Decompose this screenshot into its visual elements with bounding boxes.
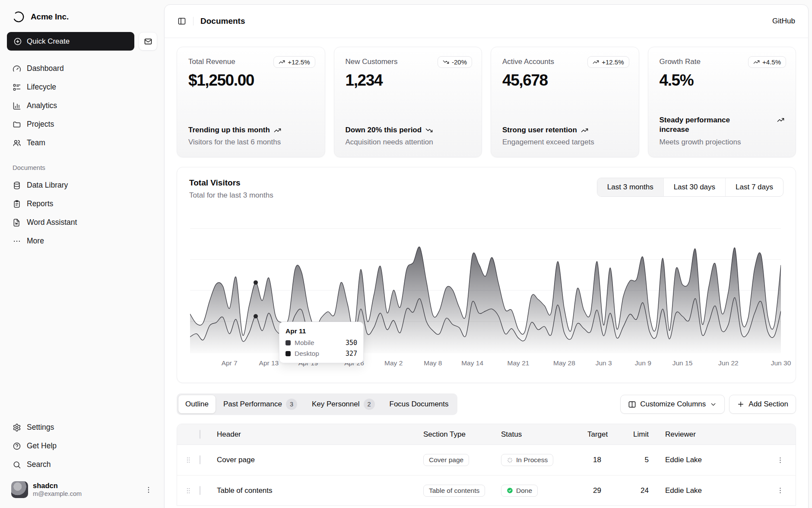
tab-count-badge: 3 bbox=[286, 399, 297, 410]
user-menu[interactable]: shadcn m@example.com bbox=[7, 477, 157, 502]
card-footer: Down 20% this periodAcquisition needs at… bbox=[346, 126, 471, 147]
stat-card-1: Total Revenue+12.5%$1,250.00Trending up … bbox=[177, 47, 325, 157]
ellipsis-icon bbox=[13, 237, 21, 246]
sidebar-item-settings[interactable]: Settings bbox=[7, 418, 157, 437]
nav-item-label: Data Library bbox=[27, 181, 68, 190]
gauge-icon bbox=[13, 64, 21, 73]
brand-circle-icon bbox=[12, 10, 25, 23]
card-footnote: Strong user retention bbox=[502, 126, 628, 134]
help-circle-icon bbox=[13, 442, 21, 450]
tab-key-personnel[interactable]: Key Personnel2 bbox=[305, 395, 382, 413]
sidebar-item-data-library[interactable]: Data Library bbox=[7, 176, 157, 195]
customize-columns-button[interactable]: Customize Columns bbox=[620, 395, 725, 414]
range-option-last-30-days[interactable]: Last 30 days bbox=[663, 178, 725, 196]
trend-badge: +4.5% bbox=[748, 56, 786, 68]
trending-up-icon bbox=[593, 59, 599, 65]
sidebar-toggle-button[interactable] bbox=[175, 14, 189, 28]
x-tick-label: May 2 bbox=[384, 359, 403, 367]
sidebar-item-more[interactable]: More bbox=[7, 232, 157, 250]
card-footer: Steady performance increaseMeets growth … bbox=[660, 115, 785, 147]
row-checkbox[interactable] bbox=[200, 486, 200, 495]
select-all-checkbox[interactable] bbox=[200, 430, 200, 439]
row-checkbox[interactable] bbox=[200, 455, 200, 464]
tab-outline[interactable]: Outline bbox=[178, 395, 216, 413]
drag-handle[interactable] bbox=[177, 487, 196, 495]
sidebar-item-team[interactable]: Team bbox=[7, 134, 157, 152]
range-option-last-3-months[interactable]: Last 3 months bbox=[597, 178, 663, 196]
tab-label: Outline bbox=[185, 400, 209, 409]
sidebar-item-search[interactable]: Search bbox=[7, 455, 157, 474]
section-type-badge: Cover page bbox=[423, 454, 469, 466]
sidebar-item-word-assistant[interactable]: Word Assistant bbox=[7, 213, 157, 232]
trend-badge: -20% bbox=[438, 56, 472, 68]
row-actions-button[interactable] bbox=[774, 454, 787, 467]
series-swatch bbox=[285, 351, 291, 356]
limit-cell: 24 bbox=[614, 486, 662, 495]
nav-item-label: Search bbox=[27, 460, 51, 469]
x-tick-label: Apr 13 bbox=[259, 359, 279, 367]
range-option-last-7-days[interactable]: Last 7 days bbox=[725, 178, 783, 196]
sidebar-nav-main: DashboardLifecycleAnalyticsProjectsTeam bbox=[7, 59, 157, 152]
sidebar-item-analytics[interactable]: Analytics bbox=[7, 96, 157, 115]
trending-up-icon bbox=[753, 59, 760, 65]
bar-chart-icon bbox=[13, 102, 21, 110]
tab-count-badge: 2 bbox=[364, 399, 375, 410]
tabs: OutlinePast Performance3Key Personnel2Fo… bbox=[177, 393, 457, 415]
status-cell: Done bbox=[498, 485, 584, 497]
column-header-header: Header bbox=[213, 430, 420, 439]
main-panel: Documents GitHub Total Revenue+12.5%$1,2… bbox=[164, 4, 809, 508]
github-link[interactable]: GitHub bbox=[772, 17, 795, 26]
quick-create-button[interactable]: Quick Create bbox=[7, 32, 134, 51]
sidebar-item-projects[interactable]: Projects bbox=[7, 115, 157, 134]
sidebar-item-reports[interactable]: Reports bbox=[7, 195, 157, 213]
tooltip-series-value: 350 bbox=[346, 339, 357, 347]
trend-badge-value: +12.5% bbox=[602, 58, 624, 66]
sidebar-item-get-help[interactable]: Get Help bbox=[7, 437, 157, 455]
row-header-cell: Table of contents bbox=[213, 486, 420, 495]
x-tick-label: May 21 bbox=[508, 359, 530, 367]
tooltip-series-value: 327 bbox=[346, 350, 357, 358]
section-type-cell: Table of contents bbox=[420, 485, 498, 497]
search-icon bbox=[13, 460, 21, 469]
plus-circle-icon bbox=[13, 37, 22, 46]
tooltip-date: Apr 11 bbox=[285, 327, 357, 335]
sidebar-item-lifecycle[interactable]: Lifecycle bbox=[7, 78, 157, 96]
card-footnote-text: Down 20% this period bbox=[346, 126, 422, 134]
drag-handle[interactable] bbox=[177, 456, 196, 464]
card-value: $1,250.00 bbox=[188, 71, 314, 89]
card-footnote: Down 20% this period bbox=[346, 126, 471, 134]
brand[interactable]: Acme Inc. bbox=[7, 6, 157, 28]
trend-badge-value: -20% bbox=[452, 58, 467, 66]
row-actions-button[interactable] bbox=[774, 484, 787, 497]
columns-icon bbox=[628, 400, 636, 409]
x-tick-label: Apr 7 bbox=[222, 359, 238, 367]
tab-focus-documents[interactable]: Focus Documents bbox=[383, 395, 456, 413]
nav-item-label: Projects bbox=[27, 120, 54, 129]
visitors-chart-card: Total Visitors Total for the last 3 mont… bbox=[177, 167, 796, 383]
range-toggle-group: Last 3 monthsLast 30 daysLast 7 days bbox=[597, 178, 783, 197]
row-header-cell: Cover page bbox=[213, 456, 420, 464]
nav-item-label: Lifecycle bbox=[27, 83, 56, 92]
trending-down-icon bbox=[443, 59, 449, 65]
inbox-button[interactable] bbox=[139, 32, 157, 51]
tab-past-performance[interactable]: Past Performance3 bbox=[216, 395, 304, 413]
card-value: 1,234 bbox=[346, 71, 471, 89]
trend-badge-value: +4.5% bbox=[762, 58, 781, 66]
add-section-button[interactable]: Add Section bbox=[729, 395, 796, 414]
card-footer: Strong user retentionEngagement exceed t… bbox=[502, 126, 628, 147]
tooltip-series-row: Mobile350 bbox=[285, 339, 357, 347]
x-tick-label: May 8 bbox=[424, 359, 442, 367]
more-vertical-icon[interactable] bbox=[144, 486, 153, 494]
quick-create-label: Quick Create bbox=[27, 37, 70, 46]
plus-icon bbox=[737, 400, 745, 408]
check-circle-icon bbox=[507, 487, 513, 494]
user-name: shadcn bbox=[33, 482, 82, 489]
nav-item-label: Analytics bbox=[27, 101, 57, 110]
tab-label: Key Personnel bbox=[312, 400, 360, 409]
card-subtext: Meets growth projections bbox=[660, 138, 785, 147]
sidebar-item-dashboard[interactable]: Dashboard bbox=[7, 59, 157, 78]
folder-icon bbox=[13, 120, 21, 129]
mail-icon bbox=[144, 37, 152, 46]
x-tick-label: Jun 3 bbox=[596, 359, 612, 367]
card-footnote: Trending up this month bbox=[188, 126, 314, 134]
